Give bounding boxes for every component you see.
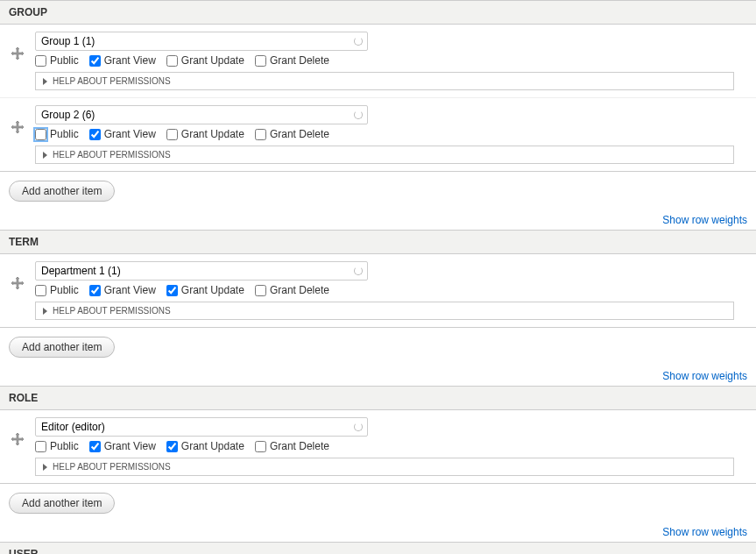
help-permissions-toggle[interactable]: HELP ABOUT PERMISSIONS <box>35 146 734 164</box>
checkbox-item-grant-update[interactable]: Grant Update <box>166 128 244 140</box>
item-row: PublicGrant ViewGrant UpdateGrant Delete… <box>0 254 756 327</box>
checkbox-item-grant-update[interactable]: Grant Update <box>166 284 244 296</box>
checkbox-grant-view[interactable] <box>89 285 101 296</box>
drag-handle-icon[interactable] <box>11 277 24 292</box>
checkbox-item-grant-delete[interactable]: Grant Delete <box>255 284 329 296</box>
autocomplete-input[interactable] <box>35 32 368 51</box>
help-permissions-label: HELP ABOUT PERMISSIONS <box>53 76 171 86</box>
item-content: PublicGrant ViewGrant UpdateGrant Delete… <box>35 105 756 164</box>
drag-handle-icon[interactable] <box>11 47 24 62</box>
section-header: TERM <box>0 230 756 254</box>
throbber-icon <box>354 266 363 275</box>
checkbox-item-grant-delete[interactable]: Grant Delete <box>255 440 329 452</box>
section-body: PublicGrant ViewGrant UpdateGrant Delete… <box>0 254 756 328</box>
autocomplete-input[interactable] <box>35 261 368 281</box>
checkbox-grant-view[interactable] <box>89 441 101 452</box>
throbber-icon <box>354 110 363 119</box>
checkbox-grant-update[interactable] <box>166 441 178 452</box>
checkbox-row: PublicGrant ViewGrant UpdateGrant Delete <box>35 284 745 296</box>
show-weights-wrap: Show row weights <box>0 366 756 386</box>
checkbox-label-grant-view: Grant View <box>104 284 156 296</box>
add-another-button[interactable]: Add another item <box>9 337 115 358</box>
section-body: PublicGrant ViewGrant UpdateGrant Delete… <box>0 25 756 172</box>
show-weights-wrap: Show row weights <box>0 522 756 542</box>
triangle-right-icon <box>43 78 47 85</box>
drag-handle[interactable] <box>0 32 35 62</box>
checkbox-item-grant-delete[interactable]: Grant Delete <box>255 54 329 67</box>
checkbox-grant-view[interactable] <box>89 129 101 140</box>
checkbox-grant-update[interactable] <box>166 55 178 67</box>
drag-handle[interactable] <box>0 105 35 136</box>
checkbox-item-grant-view[interactable]: Grant View <box>89 440 156 452</box>
drag-handle[interactable] <box>0 261 35 292</box>
section-body: PublicGrant ViewGrant UpdateGrant Delete… <box>0 410 756 484</box>
checkbox-grant-update[interactable] <box>166 129 178 140</box>
show-weights-wrap: Show row weights <box>0 210 756 230</box>
checkbox-label-public: Public <box>50 54 79 67</box>
checkbox-grant-delete[interactable] <box>255 441 266 452</box>
checkbox-label-grant-update: Grant Update <box>181 440 244 452</box>
checkbox-label-grant-view: Grant View <box>104 54 156 67</box>
autocomplete-field <box>35 417 368 437</box>
autocomplete-field <box>35 105 368 124</box>
checkbox-row: PublicGrant ViewGrant UpdateGrant Delete <box>35 440 745 452</box>
add-another-button[interactable]: Add another item <box>9 181 115 202</box>
add-item-wrap: Add another item <box>0 484 756 522</box>
checkbox-row: PublicGrant ViewGrant UpdateGrant Delete <box>35 128 745 140</box>
triangle-right-icon <box>43 308 47 315</box>
autocomplete-field <box>35 32 368 51</box>
help-permissions-label: HELP ABOUT PERMISSIONS <box>53 150 171 160</box>
checkbox-item-public[interactable]: Public <box>35 284 79 296</box>
checkbox-public[interactable] <box>35 129 46 140</box>
checkbox-label-grant-delete: Grant Delete <box>270 440 329 452</box>
checkbox-item-grant-view[interactable]: Grant View <box>89 284 156 296</box>
checkbox-grant-delete[interactable] <box>255 129 266 140</box>
checkbox-grant-view[interactable] <box>89 55 101 67</box>
item-content: PublicGrant ViewGrant UpdateGrant Delete… <box>35 417 756 476</box>
checkbox-label-grant-delete: Grant Delete <box>270 128 329 140</box>
drag-handle[interactable] <box>0 417 35 448</box>
checkbox-public[interactable] <box>35 441 46 452</box>
checkbox-grant-update[interactable] <box>166 285 178 296</box>
triangle-right-icon <box>43 464 47 471</box>
checkbox-label-public: Public <box>50 128 79 140</box>
help-permissions-toggle[interactable]: HELP ABOUT PERMISSIONS <box>35 72 734 90</box>
add-item-wrap: Add another item <box>0 328 756 366</box>
checkbox-label-public: Public <box>50 284 79 296</box>
help-permissions-toggle[interactable]: HELP ABOUT PERMISSIONS <box>35 302 734 320</box>
item-row: PublicGrant ViewGrant UpdateGrant Delete… <box>0 25 756 97</box>
checkbox-label-grant-update: Grant Update <box>181 128 244 140</box>
checkbox-item-public[interactable]: Public <box>35 440 79 452</box>
add-item-wrap: Add another item <box>0 172 756 210</box>
autocomplete-field <box>35 261 368 281</box>
checkbox-item-grant-view[interactable]: Grant View <box>89 128 156 140</box>
triangle-right-icon <box>43 152 47 159</box>
checkbox-item-grant-update[interactable]: Grant Update <box>166 54 244 67</box>
autocomplete-input[interactable] <box>35 105 368 124</box>
show-row-weights-link[interactable]: Show row weights <box>662 370 747 382</box>
checkbox-label-grant-update: Grant Update <box>181 54 244 67</box>
checkbox-label-grant-view: Grant View <box>104 128 156 140</box>
drag-handle-icon[interactable] <box>11 121 24 136</box>
item-row: PublicGrant ViewGrant UpdateGrant Delete… <box>0 410 756 483</box>
checkbox-label-grant-update: Grant Update <box>181 284 244 296</box>
checkbox-grant-delete[interactable] <box>255 55 266 67</box>
checkbox-item-public[interactable]: Public <box>35 128 79 140</box>
checkbox-item-grant-delete[interactable]: Grant Delete <box>255 128 329 140</box>
checkbox-row: PublicGrant ViewGrant UpdateGrant Delete <box>35 54 745 67</box>
checkbox-item-public[interactable]: Public <box>35 54 79 67</box>
show-row-weights-link[interactable]: Show row weights <box>662 526 747 538</box>
autocomplete-input[interactable] <box>35 417 368 437</box>
throbber-icon <box>354 423 363 431</box>
help-permissions-label: HELP ABOUT PERMISSIONS <box>53 462 171 472</box>
checkbox-item-grant-view[interactable]: Grant View <box>89 54 156 67</box>
checkbox-grant-delete[interactable] <box>255 285 266 296</box>
checkbox-public[interactable] <box>35 55 46 67</box>
show-row-weights-link[interactable]: Show row weights <box>662 214 747 226</box>
help-permissions-toggle[interactable]: HELP ABOUT PERMISSIONS <box>35 458 734 476</box>
checkbox-item-grant-update[interactable]: Grant Update <box>166 440 244 452</box>
checkbox-public[interactable] <box>35 285 46 296</box>
add-another-button[interactable]: Add another item <box>9 493 115 514</box>
drag-handle-icon[interactable] <box>11 433 24 448</box>
item-content: PublicGrant ViewGrant UpdateGrant Delete… <box>35 32 756 90</box>
